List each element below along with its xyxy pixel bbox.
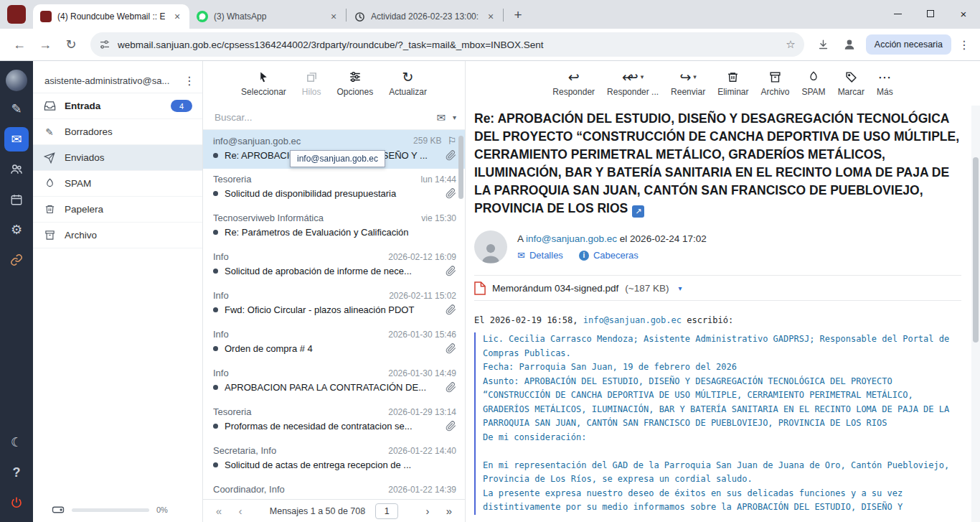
message-subject: Re: Parámetros de Evaluación y Calificac…: [225, 227, 456, 238]
message-row[interactable]: Info 2026-02-12 16:09 Solicitud de aprob…: [203, 246, 465, 285]
message-row[interactable]: Tesoreria 2026-01-29 13:14 Proformas de …: [203, 401, 465, 440]
browser-menu-icon[interactable]: ⋮: [956, 38, 973, 52]
threads-button[interactable]: Hilos: [302, 70, 321, 97]
tab-close-icon[interactable]: ×: [484, 11, 497, 22]
reply-all-button[interactable]: ↩↩▾ Responder ...: [607, 70, 659, 97]
refresh-button[interactable]: ↻ Actualizar: [389, 70, 427, 97]
sidebar-item-drafts[interactable]: ✎ Borradores: [33, 119, 202, 145]
address-bar[interactable]: webmail.sanjuan.gob.ec/cpsess1364244002/…: [90, 32, 804, 57]
tab-close-icon[interactable]: ×: [171, 11, 184, 22]
search-scope-mail-icon[interactable]: ✉: [436, 111, 446, 124]
close-button[interactable]: ×: [947, 0, 980, 27]
mark-button[interactable]: Marcar: [838, 70, 864, 97]
last-page-icon[interactable]: »: [442, 505, 456, 517]
sidebar-item-archive[interactable]: Archivo: [33, 223, 202, 248]
calendar-icon[interactable]: [4, 187, 29, 212]
view-scrollbar-track[interactable]: [971, 106, 980, 522]
options-button[interactable]: Opciones: [336, 70, 373, 97]
more-dots-icon: ⋯: [878, 70, 892, 84]
message-subject: Orden de compra # 4: [225, 343, 439, 354]
view-scrollbar-thumb[interactable]: [973, 157, 979, 342]
sidebar-item-sent[interactable]: Enviados: [33, 145, 202, 171]
reload-button[interactable]: ↻: [59, 32, 83, 57]
unread-dot: [213, 230, 218, 235]
new-tab-button[interactable]: +: [508, 5, 528, 25]
select-button[interactable]: Seleccionar: [241, 70, 286, 97]
quota-bar: 0%: [33, 498, 202, 522]
chevron-down-icon[interactable]: ▾: [453, 113, 456, 121]
message-size: 259 KB: [413, 136, 441, 146]
action-needed-label: Acción necesaria: [875, 39, 943, 50]
attachment-menu-caret[interactable]: ▾: [679, 284, 682, 292]
paperclip-icon: [446, 150, 456, 161]
account-menu-icon[interactable]: ⋮: [181, 74, 198, 88]
maximize-button[interactable]: [914, 0, 947, 27]
unread-dot: [213, 424, 218, 429]
message-row[interactable]: Secretaria, Info 2026-01-22 14:40 Solici…: [203, 440, 465, 479]
attachment-row[interactable]: Memorándum 034-signed.pdf (~187 KB) ▾: [474, 275, 961, 301]
link-icon[interactable]: [4, 248, 29, 272]
spam-button[interactable]: SPAM: [802, 70, 826, 97]
first-page-icon[interactable]: «: [212, 505, 226, 517]
prev-page-icon[interactable]: ‹: [233, 505, 248, 517]
search-input[interactable]: [215, 112, 429, 123]
url-text[interactable]: webmail.sanjuan.gob.ec/cpsess1364244002/…: [118, 39, 778, 50]
reply-all-label: Responder ...: [607, 87, 659, 97]
mail-icon[interactable]: ✉: [4, 127, 29, 152]
page-number-input[interactable]: [375, 503, 398, 519]
reply-all-icon: ↩↩▾: [622, 70, 644, 84]
search-bar[interactable]: ✉ ▾: [203, 106, 465, 130]
tab-actividad[interactable]: Actividad 2026-02-23 13:00:00... ×: [347, 4, 503, 29]
tab-close-icon[interactable]: ×: [327, 11, 340, 22]
spam-flame-icon: [808, 70, 819, 84]
delete-button[interactable]: Eliminar: [717, 70, 748, 97]
download-icon[interactable]: [811, 32, 836, 57]
message-row[interactable]: Coordinador, Info 2026-01-22 14:39: [203, 479, 465, 499]
sidebar-item-trash[interactable]: Papelera: [33, 197, 202, 223]
profile-avatar-icon[interactable]: [837, 32, 862, 57]
pagination-text: Mensajes 1 a 50 de 708: [270, 506, 365, 516]
site-info-icon[interactable]: [99, 39, 110, 50]
message-row[interactable]: Info 2026-01-30 14:49 APROBACION PARA LA…: [203, 363, 465, 401]
message-row[interactable]: Info 2026-02-11 15:02 Fwd: Oficio Circul…: [203, 285, 465, 324]
message-subject-heading: Re: APROBACIÓN DEL ESTUDIO, DISEÑO Y DES…: [474, 110, 961, 218]
threads-label: Hilos: [302, 87, 321, 97]
message-subject: Proformas de necesidad de contratacion s…: [225, 421, 439, 432]
sidebar-item-spam[interactable]: SPAM: [33, 171, 202, 197]
archive-button[interactable]: Archivo: [760, 70, 789, 97]
tab-whatsapp[interactable]: (3) WhatsApp ×: [189, 4, 346, 29]
minimize-button[interactable]: [881, 0, 914, 27]
forward-button[interactable]: ↪▾ Reenviar: [671, 70, 705, 97]
bookmark-star-icon[interactable]: ☆: [786, 38, 795, 51]
list-scrollbar[interactable]: [458, 136, 463, 199]
quoted-sender-link[interactable]: info@sanjuan.gob.ec: [583, 315, 682, 325]
message-row[interactable]: Tecnoserviweb Informática vie 15:30 Re: …: [203, 208, 465, 246]
recipient-email-link[interactable]: info@sanjuan.gob.ec: [526, 233, 617, 244]
tab-roundcube[interactable]: (4) Roundcube Webmail :: Envia... ×: [33, 4, 189, 29]
list-toolbar: Seleccionar Hilos Opciones ↻ Actualizar: [203, 61, 465, 106]
compose-icon[interactable]: ✎: [4, 97, 29, 121]
settings-gear-icon[interactable]: ⚙: [4, 218, 29, 242]
dark-mode-moon-icon[interactable]: ☾: [4, 430, 29, 455]
message-row[interactable]: Tesoreria lun 14:44 Solicitud de disponi…: [203, 169, 465, 208]
attachment-name[interactable]: Memorándum 034-signed.pdf: [492, 283, 618, 294]
back-button[interactable]: ←: [7, 32, 32, 57]
flag-icon[interactable]: ⚐: [447, 135, 456, 146]
details-link[interactable]: ✉ Detalles: [517, 250, 563, 261]
message-date: 2026-02-12 16:09: [388, 252, 456, 262]
quoted-message-body: Lic. Cecilia Carrasco Mendoza; Asistente…: [474, 332, 961, 515]
more-button[interactable]: ⋯ Más: [877, 70, 893, 97]
external-link-icon[interactable]: ↗: [632, 205, 644, 218]
help-icon[interactable]: ?: [4, 460, 29, 485]
reply-button[interactable]: ↩ Responder: [552, 70, 595, 97]
sidebar-item-inbox[interactable]: Entrada 4: [33, 93, 202, 119]
folders-panel: asistente-administrativo@sa... ⋮ Entrada…: [33, 61, 203, 522]
contacts-icon[interactable]: [4, 157, 29, 182]
forward-button[interactable]: →: [33, 32, 57, 57]
next-page-icon[interactable]: ›: [420, 505, 435, 517]
message-row[interactable]: Info 2026-01-30 15:46 Orden de compra # …: [203, 324, 465, 363]
action-needed-chip[interactable]: Acción necesaria: [866, 34, 951, 55]
headers-link[interactable]: i Cabeceras: [579, 250, 639, 261]
logout-power-icon[interactable]: [4, 490, 29, 515]
message-sender: Tecnoserviweb Informática: [213, 213, 415, 223]
